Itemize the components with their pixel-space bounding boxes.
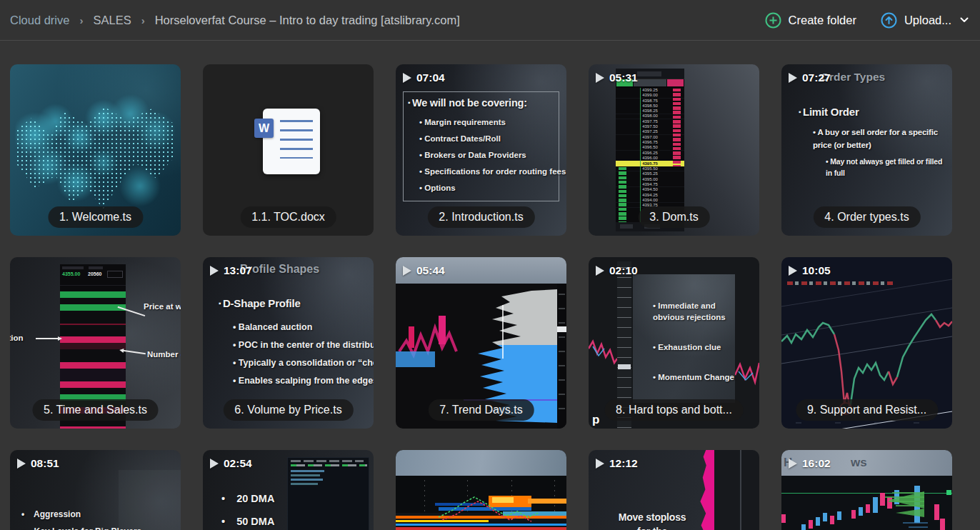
file-tile-stoploss[interactable]: Move stoploss for the 12:12 <box>589 450 759 530</box>
slide-bullet: 20 DMA <box>221 487 280 510</box>
play-icon <box>210 459 219 469</box>
play-icon <box>789 266 797 276</box>
duration-badge: 10:05 <box>789 264 831 277</box>
ladder-divider-line <box>640 88 641 222</box>
file-tile-dom[interactable]: 4399.254399.004398.754398.504398.254398.… <box>589 64 759 236</box>
file-name-label: 8. Hard tops and bott... <box>604 399 744 421</box>
header-actions: Create folder Upload... <box>765 12 969 29</box>
file-tile-toc-docx[interactable]: W 1.1. TOC.docx <box>203 64 374 236</box>
overlay-letter: p <box>592 413 599 427</box>
indicator-line <box>291 470 324 472</box>
indicator-line <box>291 483 318 485</box>
total-volume-value: 20560 <box>88 271 101 276</box>
file-name-label: 1.1. TOC.docx <box>240 206 336 228</box>
indicator-line <box>291 474 320 476</box>
slide-bullet: Contract Dates/Roll <box>419 131 554 147</box>
annotation-contracts: Number of Contracts <box>147 350 181 359</box>
annotation-arrow <box>123 350 146 354</box>
annotation-transaction: Transaction <box>10 334 24 342</box>
slide-text-line: Move stoploss <box>606 511 699 523</box>
slide-bullet: Brokers or Data Providers <box>419 147 554 164</box>
file-grid: 1. Welcome.ts W 1.1. TOC.docx 07:04 We w… <box>0 41 980 530</box>
slide-heading: D-Shape Profile <box>219 297 301 309</box>
file-tile-time-and-sales[interactable]: 4355.00 20560 Price at which Transaction… <box>10 257 181 429</box>
file-tile-introduction[interactable]: 07:04 We will not be covering: Margin re… <box>396 64 566 236</box>
play-icon <box>789 459 797 469</box>
play-icon <box>17 459 26 469</box>
chevron-right-icon: › <box>79 14 83 26</box>
file-tile-volume-by-price[interactable]: Profile Shapes 13:07 D-Shape Profile Bal… <box>203 257 374 429</box>
duration-badge: 07:27 <box>789 71 831 84</box>
file-tile-trend-days[interactable]: 05:44 7. Trend Days.ts <box>396 257 566 429</box>
file-tile-aggression[interactable]: AggressionKey Levels for Big Players 08:… <box>10 450 181 530</box>
breadcrumb: Cloud drive › SALES › Horseloverfat Cour… <box>10 14 460 27</box>
file-tile-hard-tops[interactable]: Immediate and obvious rejectionsExhausti… <box>589 257 759 429</box>
indicator-line <box>291 479 323 481</box>
slide-bullet: Momentum Change <box>653 371 746 383</box>
slide-bullet: Margin requirements <box>419 114 554 131</box>
chart-top-bar <box>396 450 566 476</box>
upload-button[interactable]: Upload... <box>881 12 969 29</box>
bid-size-column <box>619 166 626 222</box>
duration-badge: 07:04 <box>403 71 445 84</box>
duration-badge: 02:10 <box>596 264 638 277</box>
file-tile-welcome[interactable]: 1. Welcome.ts <box>10 64 181 236</box>
play-icon <box>210 266 219 276</box>
file-tile-heatmap[interactable] <box>396 450 566 530</box>
overlapped-title-fragment: ws <box>851 456 867 470</box>
file-tile-higher-highs[interactable]: H ws <box>781 450 952 530</box>
create-folder-label: Create folder <box>789 14 856 27</box>
quantity-box <box>107 271 123 278</box>
slide-bullet: Enables scalping from the edges <box>233 372 374 390</box>
file-name-label: 3. Dom.ts <box>638 206 709 228</box>
play-icon <box>403 73 411 83</box>
file-name-label: 4. Order types.ts <box>813 206 920 228</box>
play-icon <box>789 73 797 83</box>
slide-heading: Limit Order <box>799 106 859 118</box>
play-icon <box>596 266 604 276</box>
play-icon <box>596 73 604 83</box>
file-name-label: 6. Volume by Price.ts <box>223 399 353 421</box>
slide-bullets: Immediate and obvious rejectionsExhausti… <box>653 300 746 401</box>
file-name-label: 5. Time and Sales.ts <box>32 399 159 421</box>
file-name-label: 2. Introduction.ts <box>427 206 534 228</box>
chart-window <box>287 457 369 530</box>
right-chart-panel <box>714 450 759 530</box>
file-tile-dma[interactable]: 20 DMA50 DMA100 DMA 02:54 <box>203 450 374 530</box>
duration-badge: 05:44 <box>403 264 445 277</box>
breadcrumb-sales[interactable]: SALES <box>93 14 131 27</box>
slide-bullet: Typically a consolidation or “chop” <box>233 354 374 372</box>
file-tile-order-types[interactable]: Order Types 07:27 Limit Order A buy or s… <box>781 64 952 236</box>
duration-badge: 02:54 <box>210 457 252 470</box>
duration-badge: 12:12 <box>596 457 638 470</box>
heatmap-chart <box>396 476 566 530</box>
slide-bullets: AggressionKey Levels for Big Players <box>21 506 141 530</box>
duration-badge: 05:31 <box>596 71 638 84</box>
slide-bullet: Immediate and obvious rejections <box>653 300 746 323</box>
slide-bullet: Specifications for order routing fees <box>419 164 554 180</box>
slide-title: We will not be covering: <box>408 97 554 109</box>
create-folder-button[interactable]: Create folder <box>765 12 856 29</box>
breadcrumb-current-folder: Horseloverfat Course – Intro to day trad… <box>155 14 460 27</box>
document-text-lines <box>280 120 313 159</box>
slide-bullet: 50 DMA <box>221 510 280 530</box>
chevron-down-icon[interactable] <box>960 17 969 23</box>
vertical-grid-line <box>740 450 741 530</box>
slide-bullets: Margin requirementsContract Dates/RollBr… <box>419 114 554 196</box>
current-price-tag <box>618 364 631 369</box>
file-tile-support-resistance[interactable]: 10:05 9. Support and Resist... <box>781 257 952 429</box>
breadcrumb-cloud-drive[interactable]: Cloud drive <box>10 14 69 27</box>
sell-market-button <box>667 79 684 86</box>
slide-bullet: Key Levels for Big Players <box>21 523 141 530</box>
candlestick-chart <box>781 476 952 530</box>
slide-panel: Immediate and obvious rejectionsExhausti… <box>633 274 735 403</box>
duration-badge: 08:51 <box>17 457 59 470</box>
word-w-badge: W <box>254 119 274 138</box>
slide-bullet: Aggression <box>21 506 141 523</box>
slide-bullets: Balanced auctionPOC in the center of the… <box>233 319 374 390</box>
file-name-label: 9. Support and Resist... <box>796 399 938 421</box>
play-icon <box>596 459 604 469</box>
duration-badge: 13:07 <box>210 264 252 277</box>
duration-badge: 16:02 <box>789 457 831 470</box>
slide-bullet: POC in the center of the distribution <box>233 336 374 354</box>
